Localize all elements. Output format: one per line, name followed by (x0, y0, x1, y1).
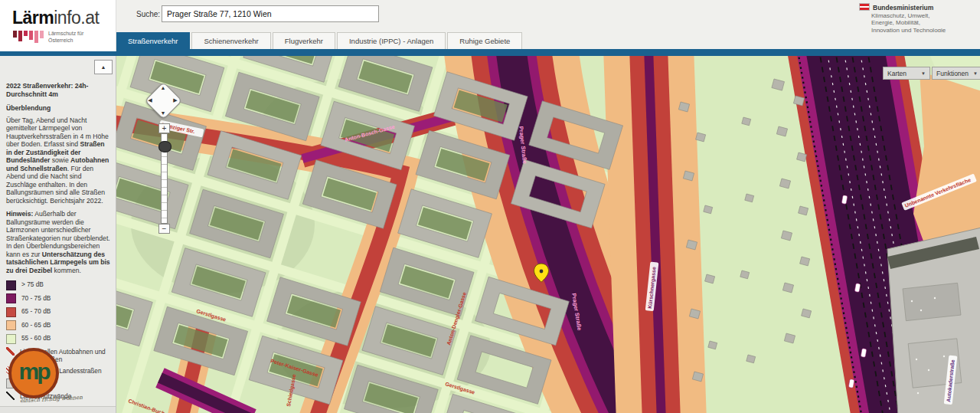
legend-swatch-icon (6, 307, 16, 317)
search-input[interactable] (162, 5, 379, 22)
pan-down-button[interactable]: ▼ (159, 109, 167, 116)
zoom-out-button[interactable]: − (158, 224, 170, 234)
karten-dropdown[interactable]: Karten▼ (883, 67, 930, 80)
pan-up-button[interactable]: ▲ (159, 84, 167, 91)
ministry-logo: Bundesministerium Klimaschutz, Umwelt, E… (859, 3, 946, 34)
legend-row: 70 - 75 dB (6, 293, 110, 304)
tab-straßenverkehr[interactable]: Straßenverkehr (116, 32, 190, 49)
tab-industrie-ippc-anlagen[interactable]: Industrie (IPPC) - Anlagen (337, 32, 446, 49)
site-title: Lärminfo.at (12, 8, 99, 28)
header-bar: Suche: Bundesministerium Klimaschutz, Um… (116, 0, 980, 32)
zoom-control: + − (156, 123, 173, 234)
zoom-in-button[interactable]: + (158, 123, 170, 133)
legend-label: 60 - 65 dB (21, 320, 51, 329)
austria-flag-icon (859, 3, 870, 11)
hint-paragraph: Hinweis: Außerhalb der Ballungsräume wer… (6, 210, 110, 274)
legend-label: 65 - 70 dB (21, 306, 51, 315)
description-paragraph: Über Tag, Abend und Nacht gemittelter Lä… (6, 116, 110, 205)
legend-swatch-icon (6, 280, 16, 290)
legend-line-thick-icon (6, 347, 15, 356)
search-label: Suche: (136, 10, 160, 18)
legend-row: > 75 dB (6, 280, 110, 290)
pan-right-button[interactable]: ▶ (172, 97, 179, 104)
legend-label: 70 - 75 dB (21, 293, 51, 302)
map-canvas[interactable]: Leipziger Str. Anton-Bosch-Gasse Prager … (116, 56, 980, 413)
mp-watermark-logo: mp (8, 348, 59, 398)
legend-label: 55 - 60 dB (21, 333, 51, 342)
sidebar-collapse-button[interactable]: ▲ (94, 60, 113, 74)
legend-label: > 75 dB (21, 280, 44, 288)
tab-schienenverkehr[interactable]: Schienenverkehr (191, 32, 270, 49)
chevron-down-icon: ▼ (921, 71, 926, 76)
accent-bar (0, 49, 980, 56)
brand-light: info.at (54, 8, 99, 28)
soundbars-icon (13, 31, 44, 43)
funktionen-dropdown[interactable]: Funktionen▼ (932, 67, 980, 80)
brand-bold: Lärm (12, 8, 54, 28)
legend-row: 55 - 60 dB (6, 333, 110, 344)
info-sidebar: ▲ 2022 Straßenverkehr: 24h-Durchschnitt … (0, 56, 116, 413)
legend-swatch-icon (6, 334, 16, 344)
legend-swatch-icon (6, 320, 16, 330)
pan-control: ▲ ▼ ◀ ▶ (144, 81, 182, 120)
layer-title: 2022 Straßenverkehr: 24h-Durchschnitt 4m (6, 82, 110, 98)
zoom-slider-knob[interactable] (158, 141, 172, 152)
legend-line-black-icon (6, 392, 15, 400)
noise-map-svg: Leipziger Str. Anton-Bosch-Gasse Prager … (116, 56, 980, 413)
tab-bar: StraßenverkehrSchienenverkehrFlugverkehr… (116, 32, 980, 49)
tab-ruhige-gebiete[interactable]: Ruhige Gebiete (447, 32, 522, 49)
legend-swatch-icon (6, 293, 16, 303)
legend-row: 65 - 70 dB (6, 306, 110, 317)
site-subtitle: Lärmschutz für Österreich (48, 31, 83, 44)
legend-row: 60 - 65 dB (6, 320, 110, 331)
laerminfo-app: Lärminfo.at Lärmschutz für Österreich Su… (0, 0, 980, 413)
sidebar-footer-strip (0, 406, 116, 413)
industrial-buildings (887, 228, 980, 413)
chevron-down-icon: ▼ (973, 71, 978, 76)
overlay-heading: Überblendung (6, 104, 110, 113)
site-logo: Lärminfo.at Lärmschutz für Österreich (0, 0, 116, 51)
tab-flugverkehr[interactable]: Flugverkehr (273, 32, 335, 49)
pan-left-button[interactable]: ◀ (146, 97, 154, 104)
